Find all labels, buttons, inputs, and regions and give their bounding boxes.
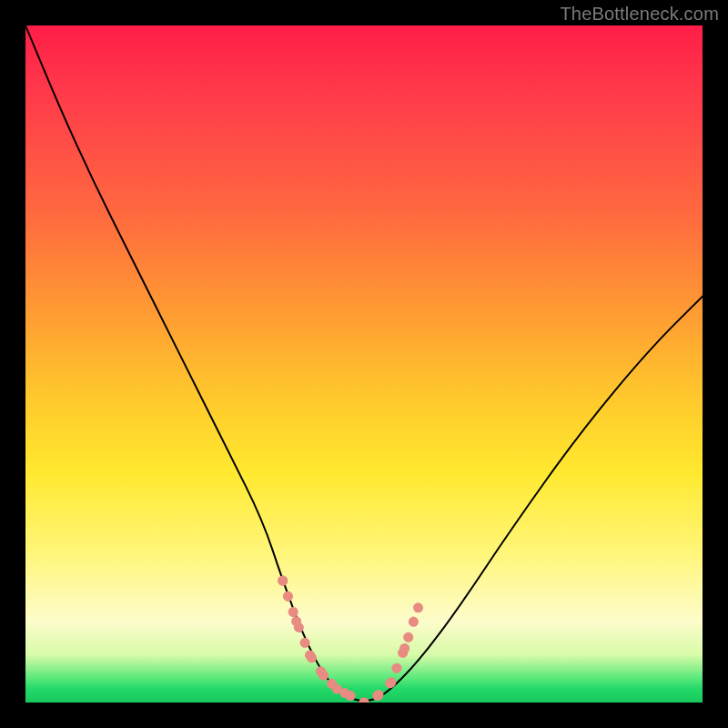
- bottleneck-curve: [25, 25, 703, 701]
- watermark-text: TheBottleneck.com: [560, 4, 719, 25]
- curve-group: [25, 25, 703, 703]
- plot-area: [25, 25, 703, 703]
- highlight-zone-right-dot: [413, 602, 423, 612]
- highlight-zone-left: [283, 581, 350, 696]
- chart-frame: TheBottleneck.com: [0, 0, 728, 728]
- chart-svg: [25, 25, 703, 703]
